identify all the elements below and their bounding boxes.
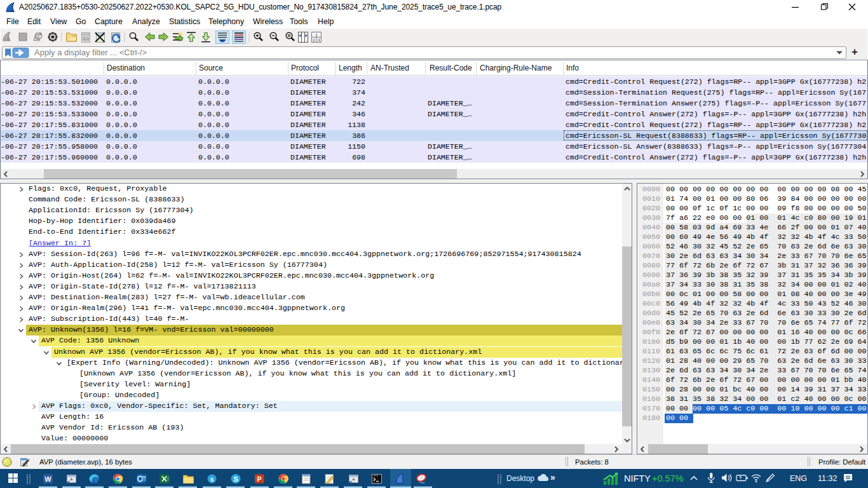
svg-text:010: 010 xyxy=(83,37,89,41)
svg-text:P: P xyxy=(257,475,261,483)
svg-text:W: W xyxy=(44,475,51,483)
svg-text:S: S xyxy=(233,475,238,483)
svg-text:s: s xyxy=(210,476,214,483)
